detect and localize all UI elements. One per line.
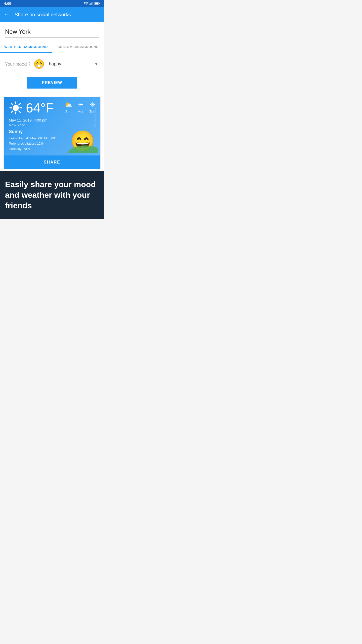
toolbar-title: Share on social networks [15,12,71,18]
mood-value: happy [49,61,61,67]
svg-line-13 [19,111,20,112]
tab-weather-background[interactable]: WEATHER BACKGROUND [0,42,52,53]
svg-rect-2 [92,3,92,5]
preview-button[interactable]: PREVIEW [27,77,77,89]
weather-character: 😄 [65,123,98,153]
dropdown-arrow-icon: ▼ [95,62,98,66]
main-content: WEATHER BACKGROUND CUSTOM BACKGROUND You… [0,22,104,219]
svg-rect-1 [90,3,91,5]
status-bar: 4:00 [0,0,104,7]
forecast-section: ⛅ Sun ☀ Mon ☀ Tue [64,101,95,114]
weather-header: 64°F ⛅ Sun ☀ Mon ☀ Tue [9,101,95,115]
sun-icon [9,101,23,115]
svg-line-12 [11,103,13,105]
status-icons [84,2,100,5]
temperature: 64°F [26,101,54,114]
svg-point-16 [68,145,98,153]
temp-section: 64°F [9,101,54,115]
signal-icon [89,2,94,5]
mood-emoji: 😁 [33,60,45,69]
battery-icon [95,2,100,5]
forecast-label-sun: Sun [65,110,72,114]
weather-card-container: 64°F ⛅ Sun ☀ Mon ☀ Tue [4,97,101,169]
wifi-icon [84,2,88,5]
preview-section: PREVIEW [0,73,104,97]
promo-text: Easily share your mood and weather with … [5,179,99,211]
svg-rect-0 [89,4,90,5]
tab-custom-background[interactable]: CUSTOM BACKGROUND [52,42,104,53]
forecast-day-sun: ⛅ Sun [64,101,72,114]
forecast-icon-sun: ⛅ [64,101,72,109]
toolbar: ← Share on social networks [0,7,104,22]
status-time: 4:00 [4,2,11,6]
weather-card: 64°F ⛅ Sun ☀ Mon ☀ Tue [4,97,100,155]
promo-section: Easily share your mood and weather with … [0,171,104,219]
location-input[interactable] [5,27,99,37]
mood-label: Your mood ? [5,62,30,67]
svg-point-7 [13,105,19,111]
back-button[interactable]: ← [4,11,10,18]
mood-dropdown[interactable]: happy ▼ [48,59,99,69]
mood-section: Your mood ? 😁 happy ▼ [0,53,104,73]
forecast-label-mon: Mon [77,110,84,114]
tab-bar: WEATHER BACKGROUND CUSTOM BACKGROUND [0,42,104,53]
forecast-icon-mon: ☀ [78,101,84,109]
weather-date: May 11, 2019, 4:00 pm [9,118,95,122]
grass-hill [65,143,98,153]
svg-line-15 [11,111,13,112]
svg-rect-6 [95,3,99,5]
watermark: WEATHER XL.COM [94,108,96,127]
location-section [0,22,104,37]
svg-line-14 [19,103,20,105]
svg-rect-5 [99,3,100,4]
forecast-day-mon: ☀ Mon [77,101,84,114]
svg-rect-3 [93,2,93,5]
share-button[interactable]: SHARE [4,155,100,169]
